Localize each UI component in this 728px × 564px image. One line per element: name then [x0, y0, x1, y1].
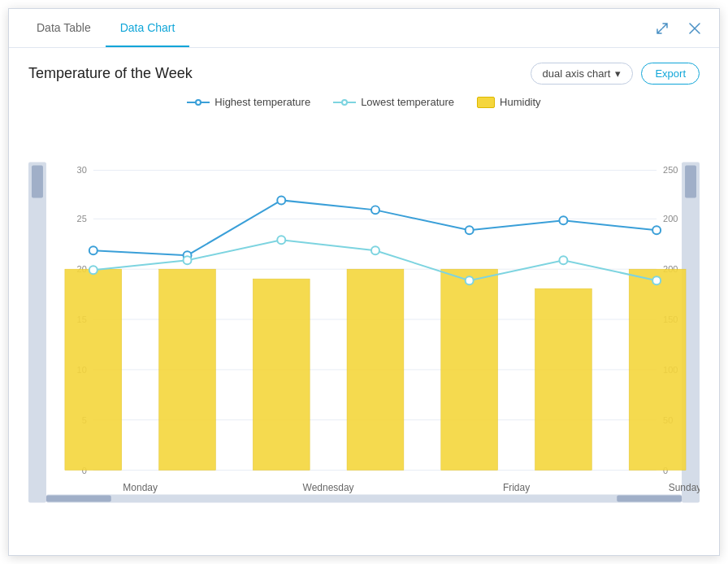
low-dot [184, 256, 192, 264]
legend-low-circle [341, 99, 348, 106]
legend-highest: Highest temperature [187, 96, 310, 108]
low-dot [559, 256, 567, 264]
high-dot [466, 226, 474, 234]
high-dot [559, 216, 567, 224]
close-icon[interactable] [683, 17, 706, 40]
chart-controls: dual axis chart ▾ Export [531, 63, 700, 85]
svg-rect-29 [441, 269, 498, 470]
svg-rect-1 [32, 165, 43, 197]
expand-icon[interactable] [651, 17, 674, 40]
svg-text:25: 25 [77, 214, 87, 223]
svg-rect-25 [65, 269, 122, 470]
legend-humidity: Humidity [477, 96, 541, 108]
svg-rect-28 [347, 269, 404, 470]
dialog: Data Table Data Chart Temperature of the… [8, 8, 720, 556]
x-label-wednesday: Wednesday [303, 482, 354, 493]
low-dot [466, 276, 474, 284]
low-dot [371, 246, 379, 254]
svg-rect-3 [685, 165, 696, 197]
chevron-down-icon: ▾ [615, 67, 621, 80]
svg-rect-26 [159, 269, 216, 470]
export-button[interactable]: Export [641, 63, 700, 85]
svg-rect-30 [535, 289, 592, 470]
legend: Highest temperature Lowest temperature H… [28, 96, 700, 108]
svg-text:30: 30 [77, 165, 87, 175]
tab-actions [651, 17, 706, 40]
legend-lowest: Lowest temperature [333, 96, 454, 108]
chart-type-select[interactable]: dual axis chart ▾ [531, 63, 634, 85]
legend-humidity-box [477, 97, 495, 108]
chart-header: Temperature of the Week dual axis chart … [28, 63, 700, 85]
svg-text:250: 250 [663, 165, 678, 175]
svg-rect-34 [617, 496, 682, 502]
chart-title: Temperature of the Week [28, 65, 193, 82]
tabs-row: Data Table Data Chart [9, 9, 719, 48]
x-label-sunday: Sunday [669, 482, 700, 493]
high-dot [89, 246, 98, 254]
svg-rect-32 [46, 495, 682, 503]
legend-high-line [187, 102, 210, 103]
high-dot [371, 206, 379, 214]
high-dot [277, 196, 285, 204]
svg-text:200: 200 [663, 214, 678, 223]
high-dot [652, 226, 661, 234]
legend-low-line [333, 102, 356, 103]
x-label-friday: Friday [503, 482, 530, 493]
svg-rect-33 [46, 496, 111, 502]
svg-rect-27 [253, 279, 310, 470]
chart-container: Temperature of the Week dual axis chart … [9, 48, 719, 555]
svg-rect-0 [28, 163, 46, 503]
low-dot [89, 266, 98, 274]
low-dot [652, 276, 661, 284]
x-label-monday: Monday [123, 482, 158, 493]
tab-data-chart[interactable]: Data Chart [106, 10, 190, 47]
svg-chart-area: Temperature Humidity 0 0 5 50 10 100 [28, 116, 700, 549]
legend-high-circle [195, 99, 202, 106]
tab-data-table[interactable]: Data Table [22, 10, 106, 47]
svg-rect-31 [629, 269, 686, 470]
low-dot [277, 236, 285, 244]
